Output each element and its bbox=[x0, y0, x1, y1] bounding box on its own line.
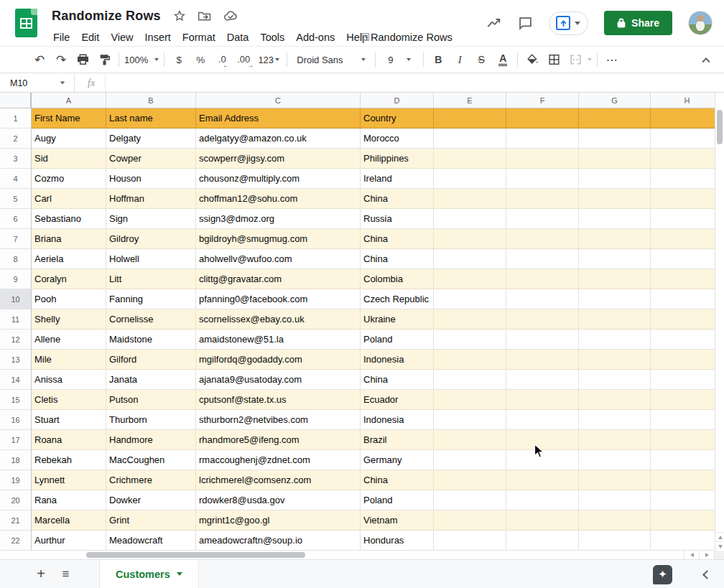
cell-G15[interactable] bbox=[579, 390, 651, 410]
cell-H22[interactable] bbox=[651, 531, 724, 551]
cell-A19[interactable]: Lynnett bbox=[32, 470, 106, 490]
cell-E11[interactable] bbox=[434, 309, 506, 330]
cell-B8[interactable]: Holwell bbox=[106, 249, 196, 269]
cell-F14[interactable] bbox=[506, 370, 579, 390]
cell-E6[interactable] bbox=[434, 209, 506, 229]
cell-D20[interactable]: Poland bbox=[361, 490, 434, 510]
share-button[interactable]: Share bbox=[604, 11, 672, 35]
cell-B16[interactable]: Thurborn bbox=[106, 410, 196, 430]
cell-E7[interactable] bbox=[434, 229, 506, 249]
row-header-1[interactable]: 1 bbox=[0, 108, 32, 129]
cell-D5[interactable]: China bbox=[361, 189, 434, 209]
column-header-f[interactable]: F bbox=[506, 93, 579, 108]
cell-F21[interactable] bbox=[506, 510, 579, 531]
scroll-right-button[interactable] bbox=[700, 551, 715, 559]
cell-D4[interactable]: Ireland bbox=[361, 169, 434, 189]
row-header-5[interactable]: 5 bbox=[0, 189, 32, 209]
cell-D6[interactable]: Russia bbox=[361, 209, 434, 229]
cell-C3[interactable]: scowperr@jigsy.com bbox=[196, 149, 361, 169]
cell-C15[interactable]: cputsonf@state.tx.us bbox=[196, 390, 361, 410]
cell-D1[interactable]: Country bbox=[361, 108, 434, 129]
cell-B5[interactable]: Hoffman bbox=[106, 189, 196, 209]
select-all-corner[interactable] bbox=[0, 93, 32, 108]
cell-H1[interactable] bbox=[651, 108, 724, 129]
cell-B17[interactable]: Handmore bbox=[106, 430, 196, 450]
row-header-3[interactable]: 3 bbox=[0, 149, 32, 169]
horizontal-scrollbar[interactable] bbox=[32, 551, 684, 559]
explore-button[interactable]: ✦ bbox=[653, 565, 672, 584]
cell-E20[interactable] bbox=[434, 490, 506, 510]
cell-G11[interactable] bbox=[579, 309, 651, 330]
cell-G5[interactable] bbox=[579, 189, 651, 209]
cell-F3[interactable] bbox=[506, 149, 579, 169]
cell-A18[interactable]: Rebekah bbox=[32, 450, 106, 470]
cell-C16[interactable]: sthurborn2@netvibes.com bbox=[196, 410, 361, 430]
cell-E16[interactable] bbox=[434, 410, 506, 430]
cell-G12[interactable] bbox=[579, 330, 651, 350]
cell-F22[interactable] bbox=[506, 531, 579, 551]
add-sheet-button[interactable]: + bbox=[29, 562, 53, 587]
cell-C19[interactable]: lcrichmerel@comsenz.com bbox=[196, 470, 361, 490]
cell-D3[interactable]: Philippines bbox=[361, 149, 434, 169]
cell-E9[interactable] bbox=[434, 269, 506, 289]
row-header-12[interactable]: 12 bbox=[0, 330, 32, 350]
cell-A20[interactable]: Rana bbox=[32, 490, 106, 510]
cell-G20[interactable] bbox=[579, 490, 651, 510]
cell-E18[interactable] bbox=[434, 450, 506, 470]
cell-E19[interactable] bbox=[434, 470, 506, 490]
cloud-saved-icon[interactable] bbox=[223, 9, 238, 22]
cell-F13[interactable] bbox=[506, 350, 579, 370]
row-header-21[interactable]: 21 bbox=[0, 510, 32, 531]
cell-C5[interactable]: choffman12@sohu.com bbox=[196, 189, 361, 209]
cell-B4[interactable]: Houson bbox=[106, 169, 196, 189]
cell-B15[interactable]: Putson bbox=[106, 390, 196, 410]
cell-E10[interactable] bbox=[434, 289, 506, 309]
formula-input[interactable] bbox=[105, 74, 724, 92]
cell-D21[interactable]: Vietnam bbox=[361, 510, 434, 531]
cell-A8[interactable]: Aeriela bbox=[32, 249, 106, 269]
cell-E22[interactable] bbox=[434, 531, 506, 551]
cell-C9[interactable]: clittg@gravatar.com bbox=[196, 269, 361, 289]
cell-A1[interactable]: First Name bbox=[32, 108, 106, 129]
cell-F9[interactable] bbox=[506, 269, 579, 289]
cell-G6[interactable] bbox=[579, 209, 651, 229]
cell-H9[interactable] bbox=[651, 269, 724, 289]
cell-A11[interactable]: Shelly bbox=[32, 309, 106, 330]
cell-A13[interactable]: Mile bbox=[32, 350, 106, 370]
cell-F20[interactable] bbox=[506, 490, 579, 510]
cell-G18[interactable] bbox=[579, 450, 651, 470]
cell-H12[interactable] bbox=[651, 330, 724, 350]
cell-A9[interactable]: Coralyn bbox=[32, 269, 106, 289]
row-header-22[interactable]: 22 bbox=[0, 531, 32, 551]
column-header-e[interactable]: E bbox=[434, 93, 506, 108]
cell-E3[interactable] bbox=[434, 149, 506, 169]
cell-D12[interactable]: Poland bbox=[361, 330, 434, 350]
column-header-a[interactable]: A bbox=[32, 93, 106, 108]
cell-B12[interactable]: Maidstone bbox=[106, 330, 196, 350]
decrease-decimal-button[interactable]: .0← bbox=[213, 50, 231, 69]
cell-A17[interactable]: Roana bbox=[32, 430, 106, 450]
cell-H3[interactable] bbox=[651, 149, 724, 169]
merge-cells-caret[interactable] bbox=[588, 58, 592, 61]
cell-E15[interactable] bbox=[434, 390, 506, 410]
cell-B21[interactable]: Grint bbox=[106, 510, 196, 531]
cell-D16[interactable]: Indonesia bbox=[361, 410, 434, 430]
name-box[interactable]: M10 bbox=[0, 74, 75, 92]
collapse-panel-button[interactable] bbox=[700, 567, 714, 582]
cell-B9[interactable]: Litt bbox=[106, 269, 196, 289]
cell-B10[interactable]: Fanning bbox=[106, 289, 196, 309]
menu-item-file[interactable]: File bbox=[47, 30, 75, 45]
scroll-up-button[interactable] bbox=[715, 532, 724, 541]
menu-item-edit[interactable]: Edit bbox=[75, 30, 105, 45]
cell-G16[interactable] bbox=[579, 410, 651, 430]
menu-item-tools[interactable]: Tools bbox=[254, 30, 290, 45]
cell-G22[interactable] bbox=[579, 531, 651, 551]
cell-G2[interactable] bbox=[579, 129, 651, 149]
column-header-b[interactable]: B bbox=[106, 93, 196, 108]
cell-B2[interactable]: Delgaty bbox=[106, 129, 196, 149]
cell-H20[interactable] bbox=[651, 490, 724, 510]
merge-cells-button[interactable] bbox=[566, 50, 585, 69]
cell-A21[interactable]: Marcella bbox=[32, 510, 106, 531]
cell-A4[interactable]: Cozmo bbox=[32, 169, 106, 189]
cell-G9[interactable] bbox=[579, 269, 651, 289]
